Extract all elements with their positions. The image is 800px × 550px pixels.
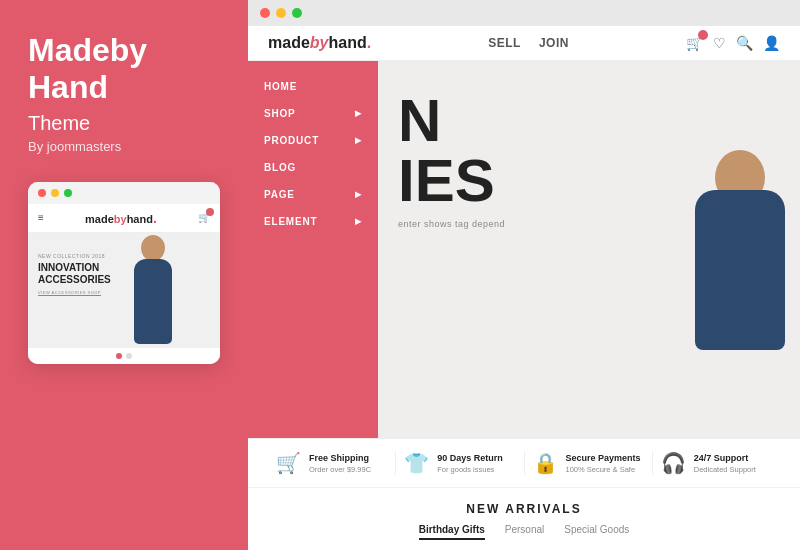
mini-dot-1: [116, 353, 122, 359]
sidebar-arrow-page: ▶: [355, 190, 362, 199]
sidebar-item-home[interactable]: HOME: [248, 73, 378, 100]
mini-browser-mockup: ≡ madebyhand. 🛒 NEW COLLECTION 2018 INNO…: [28, 182, 220, 364]
nav-join[interactable]: JOIN: [539, 36, 569, 50]
feature-secure: 🔒 Secure Payments 100% Secure & Safe: [525, 451, 653, 475]
sidebar-item-element[interactable]: ELEMENT ▶: [248, 208, 378, 235]
mini-site-header: ≡ madebyhand. 🛒: [28, 204, 220, 233]
mini-cart-badge: [206, 208, 214, 216]
sidebar-arrow-element: ▶: [355, 217, 362, 226]
hero-image: [484, 61, 801, 438]
site-header: madebyhand. SELL JOIN 🛒 ♡ 🔍 👤: [248, 26, 800, 61]
hero-person-figure: [680, 150, 800, 350]
secure-subtitle: 100% Secure & Safe: [566, 465, 641, 474]
return-icon: 👕: [404, 451, 429, 475]
site-header-icons: 🛒 ♡ 🔍 👤: [686, 35, 780, 51]
mini-header-icons: 🛒: [198, 212, 210, 223]
mini-dot-red: [38, 189, 46, 197]
support-icon: 🎧: [661, 451, 686, 475]
mini-hamburger-icon: ≡: [38, 212, 44, 223]
hero-person-body: [695, 190, 785, 350]
secure-title: Secure Payments: [566, 453, 641, 463]
mini-dot-green: [64, 189, 72, 197]
mini-carousel-dots: [28, 348, 220, 364]
site-logo: madebyhand.: [268, 34, 371, 52]
feature-return: 👕 90 Days Return For goods issues: [396, 451, 524, 475]
hero-letter-n: N: [398, 91, 505, 151]
mini-hero-cta: VIEW ACCESSORIES SHOP: [38, 290, 111, 295]
nav-sell[interactable]: SELL: [488, 36, 521, 50]
mini-head: [141, 235, 165, 261]
site-hero: N IES enter shows tag depend: [378, 61, 800, 438]
sidebar-arrow-shop: ▶: [355, 109, 362, 118]
browser-dot-yellow: [276, 8, 286, 18]
sidebar-item-blog[interactable]: BLOG: [248, 154, 378, 181]
tab-personal[interactable]: Personal: [505, 524, 544, 540]
browser-dot-red: [260, 8, 270, 18]
mini-site-content: ≡ madebyhand. 🛒 NEW COLLECTION 2018 INNO…: [28, 204, 220, 364]
tab-special-goods[interactable]: Special Goods: [564, 524, 629, 540]
hero-text-area: N IES enter shows tag depend: [398, 91, 505, 229]
support-title: 24/7 Support: [694, 453, 756, 463]
hero-letter-ies: IES: [398, 151, 505, 211]
right-panel: madebyhand. SELL JOIN 🛒 ♡ 🔍 👤 HOME: [248, 0, 800, 550]
mini-browser-bar: [28, 182, 220, 204]
browser-chrome: [248, 0, 800, 26]
site-nav: SELL JOIN: [488, 36, 569, 50]
mini-dot-yellow: [51, 189, 59, 197]
website-preview: madebyhand. SELL JOIN 🛒 ♡ 🔍 👤 HOME: [248, 26, 800, 550]
cart-badge: [698, 30, 708, 40]
cart-icon[interactable]: 🛒: [686, 35, 703, 51]
new-arrivals-section: NEW ARRIVALS Birthday Gifts Personal Spe…: [248, 487, 800, 550]
theme-subtitle: Theme: [28, 112, 220, 135]
feature-free-shipping: 🛒 Free Shipping Order over $9.99C: [268, 451, 396, 475]
return-subtitle: For goods issues: [437, 465, 503, 474]
arrivals-tabs: Birthday Gifts Personal Special Goods: [268, 524, 780, 540]
secure-text: Secure Payments 100% Secure & Safe: [566, 453, 641, 474]
theme-title: Madeby Hand: [28, 32, 220, 106]
sidebar-arrow-product: ▶: [355, 136, 362, 145]
shipping-icon: 🛒: [276, 451, 301, 475]
mini-body: [134, 259, 172, 344]
new-arrivals-title: NEW ARRIVALS: [268, 502, 780, 516]
site-body: HOME SHOP ▶ PRODUCT ▶ BLOG PAGE ▶: [248, 61, 800, 438]
theme-author: By joommasters: [28, 139, 220, 154]
search-icon[interactable]: 🔍: [736, 35, 753, 51]
hero-subtext: enter shows tag depend: [398, 219, 505, 229]
wishlist-icon[interactable]: ♡: [713, 35, 726, 51]
sidebar-item-page[interactable]: PAGE ▶: [248, 181, 378, 208]
mini-hero-text: NEW COLLECTION 2018 INNOVATION ACCESSORI…: [38, 253, 111, 295]
mini-cart-icon: 🛒: [198, 212, 210, 223]
shipping-text: Free Shipping Order over $9.99C: [309, 453, 371, 474]
mini-person-shape: [123, 235, 183, 345]
mini-hero-tag: NEW COLLECTION 2018: [38, 253, 111, 259]
sidebar-item-product[interactable]: PRODUCT ▶: [248, 127, 378, 154]
features-strip: 🛒 Free Shipping Order over $9.99C 👕 90 D…: [248, 438, 800, 487]
mini-site-logo: madebyhand.: [85, 210, 157, 226]
secure-icon: 🔒: [533, 451, 558, 475]
browser-dot-green: [292, 8, 302, 18]
return-title: 90 Days Return: [437, 453, 503, 463]
sidebar-item-shop[interactable]: SHOP ▶: [248, 100, 378, 127]
mini-dot-2: [126, 353, 132, 359]
support-subtitle: Dedicated Support: [694, 465, 756, 474]
mini-hero-area: NEW COLLECTION 2018 INNOVATION ACCESSORI…: [28, 233, 220, 348]
account-icon[interactable]: 👤: [763, 35, 780, 51]
feature-support: 🎧 24/7 Support Dedicated Support: [653, 451, 780, 475]
shipping-subtitle: Order over $9.99C: [309, 465, 371, 474]
site-sidebar: HOME SHOP ▶ PRODUCT ▶ BLOG PAGE ▶: [248, 61, 378, 438]
mini-hero-h1: INNOVATION ACCESSORIES: [38, 262, 111, 286]
tab-birthday-gifts[interactable]: Birthday Gifts: [419, 524, 485, 540]
left-panel: Madeby Hand Theme By joommasters ≡ madeb…: [0, 0, 248, 550]
shipping-title: Free Shipping: [309, 453, 371, 463]
support-text: 24/7 Support Dedicated Support: [694, 453, 756, 474]
return-text: 90 Days Return For goods issues: [437, 453, 503, 474]
